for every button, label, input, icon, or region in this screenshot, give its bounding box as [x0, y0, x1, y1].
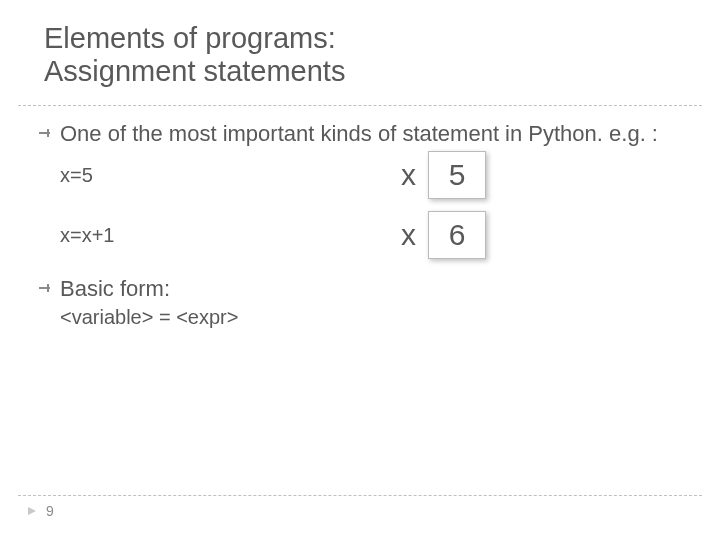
- page-number: 9: [46, 503, 54, 519]
- variable-label: x: [380, 216, 428, 254]
- slide-title: Elements of programs: Assignment stateme…: [0, 0, 720, 99]
- example-row: x=5 x 5: [60, 151, 690, 199]
- svg-marker-4: [28, 507, 36, 515]
- bullet-text: One of the most important kinds of state…: [60, 120, 690, 148]
- slide-footer: 9: [18, 495, 702, 520]
- variable-label: x: [380, 156, 428, 194]
- example-row: x=x+1 x 6: [60, 211, 690, 259]
- bullet-body: One of the most important kinds of state…: [60, 120, 690, 272]
- bullet-marker-icon: [30, 275, 60, 294]
- bullet-subtext: <variable> = <expr>: [60, 305, 690, 330]
- slide-content: One of the most important kinds of state…: [0, 106, 720, 330]
- bullet-item: One of the most important kinds of state…: [30, 120, 690, 272]
- title-line-1: Elements of programs:: [44, 22, 720, 55]
- value-text: 5: [449, 156, 466, 194]
- title-line-2: Assignment statements: [44, 55, 720, 88]
- bullet-text: Basic form:: [60, 275, 690, 303]
- example-code: x=x+1: [60, 223, 380, 248]
- example-code: x=5: [60, 163, 380, 188]
- svg-rect-1: [47, 129, 49, 137]
- bullet-body: Basic form: <variable> = <expr>: [60, 275, 690, 330]
- footer-marker-icon: [26, 502, 38, 520]
- svg-rect-3: [47, 284, 49, 292]
- value-text: 6: [449, 216, 466, 254]
- value-box: 5: [428, 151, 486, 199]
- value-box: 6: [428, 211, 486, 259]
- bullet-item: Basic form: <variable> = <expr>: [30, 275, 690, 330]
- bullet-marker-icon: [30, 120, 60, 139]
